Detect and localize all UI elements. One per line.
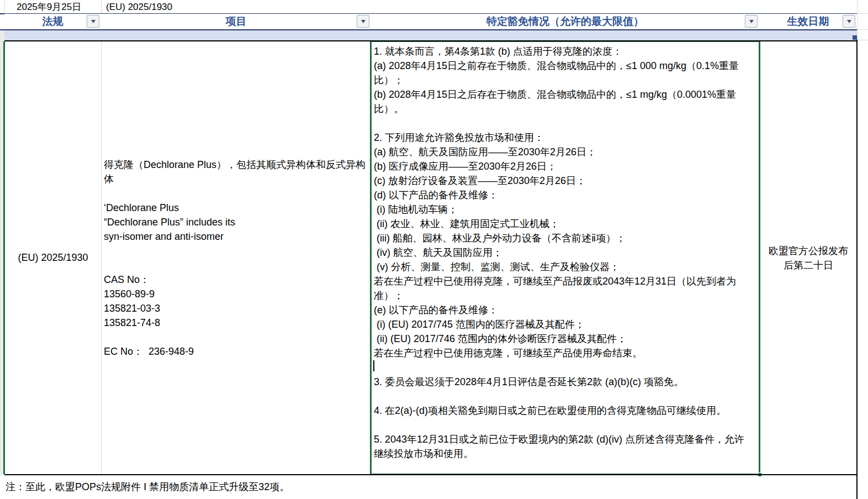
dropdown-arrow-icon (847, 20, 851, 23)
date-label: 2025年9月25日 (17, 1, 81, 13)
filter-dropdown-effective-date[interactable] (843, 15, 855, 28)
item-value: 得克隆（Dechlorane Plus），包括其顺式异构体和反式异构体 ‘Dec… (104, 157, 371, 359)
text-cursor (373, 360, 374, 371)
gridline (857, 29, 868, 30)
dropdown-arrow-icon (749, 20, 754, 23)
column-header-effective-date: 生效日期 (759, 14, 857, 29)
dropdown-arrow-icon (91, 20, 96, 23)
table-border (4, 474, 857, 475)
gridline (857, 0, 858, 40)
table-border (4, 40, 857, 41)
fill-handle[interactable] (853, 35, 857, 40)
cell-item[interactable]: 得克隆（Dechlorane Plus），包括其顺式异构体和反式异构体 ‘Dec… (102, 41, 371, 474)
gridline (857, 40, 868, 40)
column-header-regulation: 法规 (4, 14, 101, 29)
column-header-label: 生效日期 (787, 14, 829, 29)
footer-note: 注：至此，欧盟POPs法规附件 Ⅰ 禁用物质清单正式升级至32项。 (6, 480, 289, 494)
cell-exemption-selected[interactable]: 1. 就本条而言，第4条第1款 (b) 点适用于得克隆的浓度： (a) 2028… (370, 40, 760, 475)
selected-row-band[interactable] (4, 30, 857, 40)
column-header-exemption: 特定豁免情况（允许的最大限值） (371, 14, 759, 29)
filter-dropdown-exemption[interactable] (745, 15, 758, 28)
column-header-label: 项目 (226, 14, 247, 29)
cell-effective-date[interactable]: 欧盟官方公报发布后第二十日 (760, 41, 857, 474)
gridline (857, 13, 868, 14)
column-header-item: 项目 (101, 14, 371, 29)
dropdown-arrow-icon (361, 20, 366, 23)
effective-date-value: 欧盟官方公报发布后第二十日 (766, 244, 850, 272)
exemption-value: 1. 就本条而言，第4条第1款 (b) 点适用于得克隆的浓度： (a) 2028… (374, 44, 754, 461)
spreadsheet-view: 2025年9月25日 (EU) 2025/1930 法规 项目 特定豁免情况（允… (0, 0, 868, 499)
column-header-label: 特定豁免情况（允许的最大限值） (486, 14, 644, 29)
filter-dropdown-regulation[interactable] (87, 15, 99, 28)
filter-dropdown-item[interactable] (357, 15, 369, 28)
regulation-ref-label: (EU) 2025/1930 (106, 1, 172, 13)
table-left-selection-border (3, 41, 5, 474)
table-border (856, 40, 858, 499)
cell-regulation[interactable]: (EU) 2025/1930 (5, 41, 101, 474)
regulation-value: (EU) 2025/1930 (18, 252, 88, 264)
column-header-label: 法规 (43, 14, 63, 29)
